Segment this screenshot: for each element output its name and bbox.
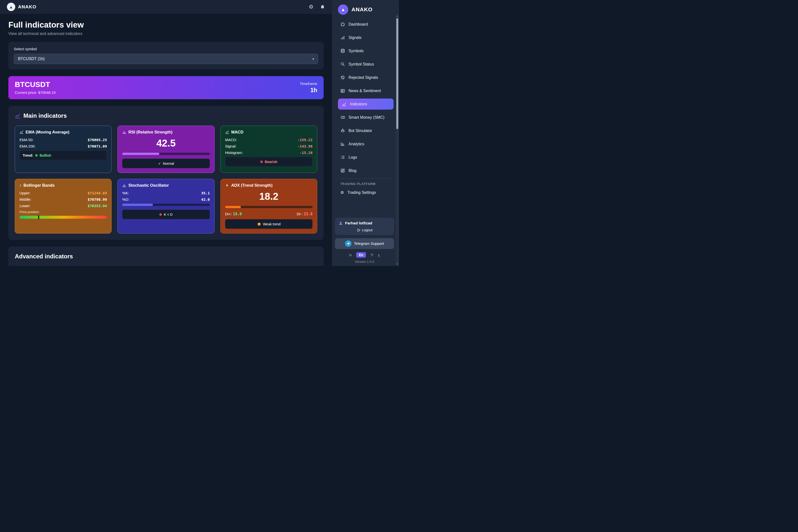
macd-title-text: MACD <box>231 130 244 134</box>
user-card: Farhad lotfizad Logout <box>335 218 394 235</box>
ema-card-title: EMA (Moving Average) <box>19 130 107 134</box>
bollinger-middle-value: $70798.99 <box>88 197 107 202</box>
sidebar-nav: Dashboard Signals Symbols Symbol Status … <box>332 18 399 198</box>
sidebar-item-label: Logs <box>348 155 357 159</box>
gear-icon: ⚙ <box>340 191 344 194</box>
advanced-indicators-title: Advanced indicators <box>15 253 317 260</box>
adx-card-title: ADX (Trend Strength) <box>225 183 312 188</box>
line-chart-icon <box>225 130 229 134</box>
bell-icon[interactable] <box>320 4 325 10</box>
sidebar-item-logs[interactable]: Logs <box>338 152 394 163</box>
banner-timeframe-value: 1h <box>300 87 317 94</box>
adx-status-box: Weak trend <box>225 219 312 229</box>
lang-fa[interactable]: فا <box>349 253 352 257</box>
ema50-label: EMA 50: <box>19 138 34 142</box>
logout-row: Logout <box>339 228 391 232</box>
adx-di-minus-value: 23.6 <box>304 212 312 216</box>
list-icon <box>340 155 345 159</box>
green-dot-icon <box>35 154 38 157</box>
sidebar-item-rejected-signals[interactable]: Rejected Signals <box>338 72 394 83</box>
stochastic-k-value: 35.1 <box>201 191 210 195</box>
adx-di-plus: DI+: 16.0 <box>225 212 242 216</box>
ema200-label: EMA 200: <box>19 144 36 148</box>
banner-symbol: BTCUSDT <box>15 80 56 89</box>
indicator-grid: EMA (Moving Average) EMA 50: $70865.25 E… <box>15 126 317 233</box>
bollinger-upper-value: $71244.03 <box>88 191 107 195</box>
topbar-actions: ⚙ <box>309 4 325 10</box>
sidebar-item-label: Symbol Status <box>348 62 374 66</box>
sidebar-item-symbol-status[interactable]: Symbol Status <box>338 59 394 70</box>
macd-status-text: Bearish <box>265 160 277 164</box>
main-indicators-title-text: Main indicators <box>23 112 67 119</box>
adx-value: 18.2 <box>225 191 312 202</box>
sidebar-item-label: News & Sentiment <box>348 89 381 93</box>
rsi-card-title: RSI (Relative Strength) <box>122 130 210 134</box>
sidebar-item-label: Dashboard <box>348 22 368 26</box>
sidebar-item-label: Bot Simulator <box>348 129 372 133</box>
scroll-down-arrow-icon[interactable]: ▼ <box>396 263 399 265</box>
lang-tr[interactable]: Tr <box>370 253 374 257</box>
ema-trend-value: Bullish <box>40 153 51 157</box>
user-name-row: Farhad lotfizad <box>339 221 391 225</box>
ema-trend-label: Trend: <box>23 153 33 157</box>
sidebar-item-dashboard[interactable]: Dashboard <box>338 19 394 30</box>
ema200-value: $70071.09 <box>88 144 107 148</box>
sidebar-item-smart-money[interactable]: Smart Money (SMC) <box>338 112 394 123</box>
up-down-arrows-icon: ↕ <box>19 183 21 187</box>
sidebar-item-symbols[interactable]: Symbols <box>338 45 394 56</box>
lang-en[interactable]: En <box>356 252 366 258</box>
check-icon: ✓ <box>158 162 161 166</box>
sidebar-divider <box>340 178 391 179</box>
ema50-row: EMA 50: $70865.25 <box>19 138 107 142</box>
scrollbar-thumb[interactable] <box>396 18 398 129</box>
sidebar-scrollbar[interactable]: ▲ ▼ <box>396 14 399 266</box>
rsi-value: 42.5 <box>122 138 210 149</box>
rsi-progress-fill <box>122 153 159 155</box>
logout-icon <box>357 228 360 232</box>
adx-title-text: ADX (Trend Strength) <box>231 183 273 188</box>
macd-status-box: Bearish <box>225 157 312 167</box>
sidebar-item-trading-settings[interactable]: ⚙ Trading Settings <box>338 187 394 198</box>
topbar-brand-name: ANAKO <box>18 4 36 10</box>
stochastic-progress-track <box>122 204 210 206</box>
lang-ar[interactable]: ع <box>378 253 380 257</box>
sidebar-item-label: Blog <box>348 169 356 173</box>
ema-card: EMA (Moving Average) EMA 50: $70865.25 E… <box>15 126 112 173</box>
gear-icon[interactable]: ⚙ <box>309 4 314 10</box>
coins-icon <box>340 115 345 120</box>
banner-current-price: Current price: $70548.15 <box>15 90 56 95</box>
adx-di-plus-label: DI+: <box>225 212 232 216</box>
page-subtitle: View all technical and advanced indicato… <box>8 32 324 36</box>
sidebar-item-news-sentiment[interactable]: News & Sentiment <box>338 85 394 96</box>
telegram-support-button[interactable]: Telegram Support <box>335 238 394 249</box>
adx-di-row: DI+: 16.0 DI-: 23.6 <box>225 212 312 216</box>
sidebar-item-blog[interactable]: Blog <box>338 165 394 176</box>
symbol-banner: BTCUSDT Current price: $70548.15 Timefra… <box>8 76 324 99</box>
logout-button[interactable]: Logout <box>357 228 373 232</box>
stochastic-status-text: K < D <box>164 212 172 216</box>
price-position-track <box>19 216 107 219</box>
symbol-select-dropdown[interactable]: BTCUSDT (1h) ▾ <box>14 54 318 64</box>
sidebar: ▲ ANAKO Dashboard Signals Symbols Symbol… <box>332 0 399 266</box>
sidebar-brand-name: ANAKO <box>352 6 373 13</box>
macd-signal-row: Signal: -143.96 <box>225 144 312 148</box>
ema200-row: EMA 200: $70071.09 <box>19 144 107 148</box>
rsi-title-text: RSI (Relative Strength) <box>128 130 172 134</box>
red-dot-icon <box>159 213 162 216</box>
adx-di-plus-value: 16.0 <box>233 212 242 216</box>
macd-value: -159.22 <box>298 138 312 142</box>
neutral-face-icon <box>257 222 261 226</box>
sidebar-item-bot-simulator[interactable]: Bot Simulator <box>338 125 394 136</box>
macd-signal-value: -143.96 <box>298 144 312 148</box>
analytics-chart-icon <box>340 141 345 146</box>
search-icon <box>340 62 345 66</box>
price-position-label: Price position: <box>19 210 107 214</box>
scroll-up-arrow-icon[interactable]: ▲ <box>396 15 399 17</box>
banner-timeframe-label: Timeframe <box>300 81 317 86</box>
sidebar-item-indicators[interactable]: Indicators <box>338 98 394 110</box>
sidebar-item-analytics[interactable]: Analytics <box>338 138 394 150</box>
newspaper-icon <box>340 89 345 93</box>
rsi-status-box: ✓ Normal <box>122 158 210 168</box>
stochastic-d-label: %D: <box>122 197 129 202</box>
sidebar-item-signals[interactable]: Signals <box>338 32 394 43</box>
